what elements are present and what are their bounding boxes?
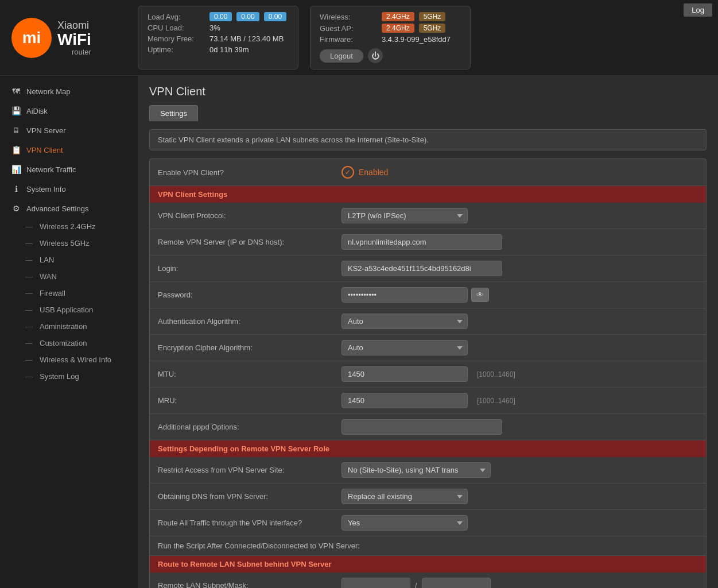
- load-avg-row: Load Avg: 0.00 0.00 0.00: [148, 12, 289, 21]
- restrict-label: Restrict Access from VPN Server Site:: [158, 466, 341, 474]
- memory-label: Memory Free:: [148, 34, 205, 43]
- mru-label: MRU:: [158, 396, 341, 405]
- sidebar-sub-lan[interactable]: LAN: [0, 252, 138, 268]
- guest-ap-2g-badge: 2.4GHz: [382, 24, 414, 33]
- sidebar-sub-label: System Log: [40, 372, 79, 381]
- load-avg-v2: 0.00: [236, 12, 259, 21]
- mtu-label: MTU:: [158, 370, 341, 378]
- encrypt-select[interactable]: Auto AES-128 AES-256 3DES: [341, 340, 468, 355]
- mtu-range-hint: [1000..1460]: [477, 370, 515, 378]
- sidebar-sub-label: WAN: [40, 272, 57, 281]
- sidebar-sub-administration[interactable]: Administration: [0, 318, 138, 335]
- sidebar-sub-label: Wireless & Wired Info: [40, 355, 111, 364]
- uptime-label: Uptime:: [148, 45, 205, 54]
- sidebar-item-aidisk[interactable]: 💾 AiDisk: [0, 101, 138, 121]
- sidebar-item-label: VPN Client: [26, 146, 63, 154]
- logout-row: Logout ⏻: [320, 48, 461, 63]
- firmware-row: Firmware: 3.4.3.9-099_e58fdd7: [320, 35, 461, 44]
- uptime-row: Uptime: 0d 11h 39m: [148, 45, 289, 54]
- mtu-input[interactable]: [341, 366, 468, 382]
- memory-row: Memory Free: 73.14 MB / 123.40 MB: [148, 34, 289, 43]
- logo-area: mi Xiaomi WiFi router: [11, 6, 126, 69]
- sidebar-sub-label: Administration: [40, 322, 87, 331]
- auth-select[interactable]: Auto MD5 SHA1 SHA256: [341, 314, 468, 329]
- tab-settings[interactable]: Settings: [149, 105, 198, 121]
- advanced-settings-icon: ⚙: [11, 204, 21, 213]
- remote-settings-header: Settings Depending on Remote VPN Server …: [150, 440, 706, 457]
- stats-left-panel: Load Avg: 0.00 0.00 0.00 CPU Load: 3% Me…: [138, 6, 298, 69]
- sidebar-sub-usb-application[interactable]: USB Application: [0, 301, 138, 318]
- server-input[interactable]: [341, 234, 502, 250]
- sidebar-item-label: System Info: [26, 185, 66, 194]
- sidebar-item-system-info[interactable]: ℹ System Info: [0, 179, 138, 199]
- sidebar-sub-wireless-24[interactable]: Wireless 2.4GHz: [0, 218, 138, 235]
- password-label: Password:: [158, 291, 341, 299]
- enable-label: Enable VPN Client?: [158, 168, 341, 177]
- login-input[interactable]: [341, 261, 502, 276]
- password-toggle-button[interactable]: 👁: [471, 288, 489, 302]
- top-bar: Log: [678, 0, 718, 20]
- subnet-separator: /: [415, 581, 417, 588]
- aidisk-icon: 💾: [11, 106, 21, 115]
- restrict-select[interactable]: No (Site-to-Site), using NAT trans Yes: [341, 462, 491, 478]
- auth-control: Auto MD5 SHA1 SHA256: [341, 314, 698, 329]
- dns-select[interactable]: Replace all existing Strict order No: [341, 489, 468, 504]
- subnet-ip-input[interactable]: [341, 578, 410, 588]
- restrict-control: No (Site-to-Site), using NAT trans Yes: [341, 462, 698, 478]
- route-label: Route All Traffic through the VPN interf…: [158, 519, 341, 527]
- pppd-input[interactable]: [341, 419, 502, 435]
- dns-control: Replace all existing Strict order No: [341, 489, 698, 504]
- login-row: Login:: [150, 256, 706, 282]
- cpu-row: CPU Load: 3%: [148, 24, 289, 32]
- protocol-select[interactable]: L2TP (w/o IPSec) PPTP OpenVPN: [341, 208, 468, 223]
- sidebar-sub-system-log[interactable]: System Log: [0, 368, 138, 385]
- wireless-label: Wireless:: [320, 13, 377, 21]
- enable-status-text: Enabled: [359, 168, 388, 177]
- log-button[interactable]: Log: [684, 3, 712, 17]
- password-input[interactable]: [341, 287, 468, 303]
- vpn-server-icon: 🖥: [11, 126, 21, 135]
- mru-input[interactable]: [341, 393, 468, 408]
- firmware-label: Firmware:: [320, 35, 377, 44]
- cpu-label: CPU Load:: [148, 24, 205, 32]
- pppd-control: [341, 419, 698, 435]
- wireless-2g-badge: 2.4GHz: [382, 12, 414, 21]
- guest-ap-5g-badge: 5GHz: [419, 24, 446, 33]
- sidebar-sub-label: USB Application: [40, 305, 93, 314]
- header: mi Xiaomi WiFi router Load Avg: 0.00 0.0…: [0, 0, 718, 76]
- protocol-control: L2TP (w/o IPSec) PPTP OpenVPN: [341, 208, 698, 223]
- sidebar-item-label: Network Map: [26, 87, 71, 96]
- memory-value: 73.14 MB / 123.40 MB: [209, 34, 284, 43]
- load-avg-v3: 0.00: [264, 12, 286, 21]
- encrypt-row: Encryption Cipher Algorithm: Auto AES-12…: [150, 335, 706, 361]
- sidebar-sub-wireless-wired-info[interactable]: Wireless & Wired Info: [0, 351, 138, 368]
- cpu-value: 3%: [209, 24, 220, 32]
- pppd-row: Additional pppd Options:: [150, 414, 706, 440]
- sidebar-sub-firewall[interactable]: Firewall: [0, 285, 138, 301]
- pppd-label: Additional pppd Options:: [158, 423, 341, 431]
- content-area: VPN Client Settings Static VPN Client ex…: [138, 76, 718, 588]
- sidebar-sub-label: LAN: [40, 256, 54, 264]
- protocol-row: VPN Client Protocol: L2TP (w/o IPSec) PP…: [150, 203, 706, 229]
- mru-control: [1000..1460]: [341, 393, 698, 408]
- mtu-control: [1000..1460]: [341, 366, 698, 382]
- power-button[interactable]: ⏻: [368, 48, 383, 63]
- subnet-mask-input[interactable]: [422, 578, 491, 588]
- server-label: Remote VPN Server (IP or DNS host):: [158, 238, 341, 246]
- sidebar-sub-customization[interactable]: Customization: [0, 335, 138, 351]
- route-select[interactable]: Yes No: [341, 515, 468, 531]
- logout-button[interactable]: Logout: [320, 49, 363, 63]
- sidebar-item-label: AiDisk: [26, 107, 48, 115]
- sidebar-item-network-map[interactable]: 🗺 Network Map: [0, 82, 138, 101]
- load-avg-label: Load Avg:: [148, 13, 205, 21]
- sidebar-item-vpn-client[interactable]: 📋 VPN Client: [0, 140, 138, 160]
- sidebar-item-network-traffic[interactable]: 📊 Network Traffic: [0, 160, 138, 179]
- subnet-row: Remote LAN Subnet/Mask: /: [150, 572, 706, 588]
- sidebar-sub-wireless-5[interactable]: Wireless 5GHz: [0, 235, 138, 252]
- sidebar-item-label: VPN Server: [26, 126, 66, 135]
- page-title: VPN Client: [149, 85, 707, 98]
- sidebar-sub-wan[interactable]: WAN: [0, 268, 138, 285]
- mru-row: MRU: [1000..1460]: [150, 388, 706, 414]
- sidebar-item-advanced-settings[interactable]: ⚙ Advanced Settings: [0, 199, 138, 218]
- sidebar-item-vpn-server[interactable]: 🖥 VPN Server: [0, 121, 138, 140]
